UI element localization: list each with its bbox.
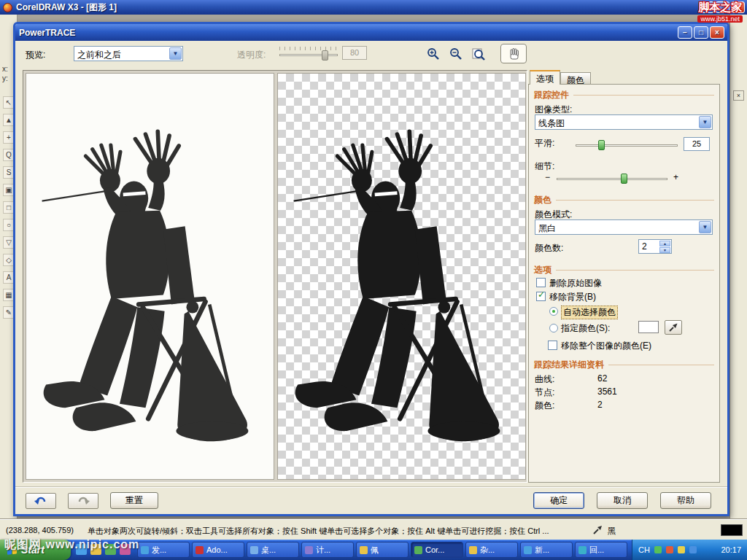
- specify-color-swatch[interactable]: [638, 321, 659, 333]
- spin-up-icon[interactable]: ▲: [659, 241, 670, 246]
- tab-colors[interactable]: 颜色: [560, 72, 591, 85]
- quick-launch: [76, 544, 131, 555]
- zoom-out-button[interactable]: [446, 44, 465, 63]
- cancel-button[interactable]: 取消: [597, 492, 648, 509]
- powertrace-dialog: PowerTRACE − □ × 预览: 之前和之后 ▼ 透明度: 80: [13, 22, 729, 516]
- coreldraw-app-icon: [3, 3, 12, 12]
- reset-button[interactable]: 重置: [110, 492, 158, 509]
- zoom-fit-button[interactable]: [469, 44, 487, 63]
- zoom-out-icon: [449, 47, 462, 61]
- start-button[interactable]: Start: [0, 540, 71, 560]
- zoom-toolbar: [424, 44, 527, 63]
- auto-color-label[interactable]: 自动选择颜色: [561, 306, 618, 319]
- preview-panel: [23, 70, 527, 483]
- dialog-minimize-button[interactable]: −: [678, 26, 692, 39]
- detail-thumb[interactable]: [621, 174, 627, 184]
- remove-background-label[interactable]: 移除背景(B): [549, 291, 596, 303]
- outline-pen-icon: [592, 525, 603, 535]
- preview-combobox[interactable]: 之前和之后 ▼: [74, 46, 183, 61]
- specify-color-label[interactable]: 指定颜色(S):: [561, 322, 610, 335]
- dialog-maximize-button[interactable]: □: [694, 26, 708, 39]
- color-section-heading: 颜色: [534, 194, 714, 206]
- transparency-slider[interactable]: [279, 45, 338, 61]
- property-bar-xy: x: y:: [2, 64, 8, 83]
- taskbar-item[interactable]: 新...: [520, 542, 573, 558]
- taskbar-item[interactable]: Ado...: [192, 542, 244, 558]
- remove-entire-color-checkbox[interactable]: [548, 341, 557, 350]
- pan-hand-icon: [508, 47, 520, 60]
- close-button[interactable]: ×: [731, 1, 745, 13]
- delete-original-checkbox[interactable]: [536, 278, 546, 287]
- preview-before-pane[interactable]: [26, 73, 274, 480]
- taskbar-item-active[interactable]: Cor...: [411, 542, 463, 558]
- original-image: [38, 114, 263, 463]
- remove-entire-color-label[interactable]: 移除整个图像的颜色(E): [561, 340, 651, 352]
- spin-down-icon[interactable]: ▼: [659, 247, 670, 253]
- dialog-titlebar[interactable]: PowerTRACE − □ ×: [15, 24, 727, 41]
- tray-icon[interactable]: [678, 546, 685, 553]
- detail-minus[interactable]: −: [545, 172, 550, 182]
- taskbar-item[interactable]: 计...: [301, 542, 354, 558]
- chevron-down-icon[interactable]: ▼: [169, 47, 182, 60]
- status-hint: 单击对象两次可旋转/倾斜；双击工具可选择所有对象；按住 Shift 键单击可选择…: [88, 526, 587, 537]
- results-heading: 跟踪结果详细资料: [534, 359, 714, 371]
- detail-label: 细节:: [535, 160, 554, 173]
- minimize-button[interactable]: −: [700, 1, 714, 13]
- pan-tool-button[interactable]: [500, 44, 527, 63]
- taskbar-item[interactable]: 发...: [137, 542, 190, 558]
- eyedropper-button[interactable]: [665, 320, 682, 335]
- detail-slider[interactable]: [557, 172, 667, 185]
- tray-icon[interactable]: [689, 546, 697, 553]
- quick-launch-icon[interactable]: [90, 544, 101, 555]
- tray-icon[interactable]: [666, 546, 673, 553]
- dialog-close-button[interactable]: ×: [710, 26, 724, 39]
- ok-button[interactable]: 确定: [533, 492, 584, 509]
- dialog-client: 预览: 之前和之后 ▼ 透明度: 80: [15, 41, 727, 514]
- undo-button[interactable]: [26, 493, 56, 509]
- image-type-combobox[interactable]: 线条图 ▼: [535, 114, 713, 130]
- ime-indicator[interactable]: CH: [638, 545, 650, 554]
- transparency-ruler: [279, 47, 338, 50]
- chevron-down-icon[interactable]: ▼: [699, 116, 711, 128]
- taskbar-item[interactable]: 佩: [356, 542, 409, 558]
- auto-color-radio[interactable]: [549, 307, 558, 316]
- docker-strip: ×: [729, 15, 747, 519]
- help-button[interactable]: 帮助: [660, 492, 711, 509]
- taskbar-item[interactable]: 回...: [575, 542, 627, 558]
- redo-button[interactable]: [68, 493, 98, 509]
- quick-launch-icon[interactable]: [76, 544, 87, 555]
- chevron-down-icon[interactable]: ▼: [699, 221, 711, 233]
- color-mode-combobox[interactable]: 黑白 ▼: [535, 219, 713, 235]
- quick-launch-icon[interactable]: [120, 544, 131, 555]
- transparency-label: 透明度:: [237, 49, 266, 61]
- preview-after-pane[interactable]: [277, 73, 526, 480]
- tab-options[interactable]: 选项: [530, 70, 560, 85]
- options-tab-page: 跟踪控件 图像类型: 线条图 ▼ 平滑: 25 细节: −: [528, 84, 720, 483]
- tray-icon[interactable]: [654, 546, 662, 553]
- smoothing-slider[interactable]: [576, 139, 678, 152]
- delete-original-label[interactable]: 删除原始图像: [549, 277, 602, 289]
- smoothing-thumb[interactable]: [598, 140, 605, 150]
- maximize-button[interactable]: □: [716, 1, 729, 13]
- settings-panel: 选项 颜色 跟踪控件 图像类型: 线条图 ▼ 平滑:: [528, 70, 720, 483]
- system-tray: CH 20:17: [632, 540, 747, 560]
- docker-close-icon[interactable]: ×: [733, 90, 744, 101]
- windows-logo-icon: [7, 544, 18, 555]
- transparency-thumb[interactable]: [322, 50, 328, 61]
- taskbar-item[interactable]: 桌...: [247, 542, 299, 558]
- curves-label: 曲线:: [535, 373, 554, 386]
- trace-controls-heading: 跟踪控件: [534, 89, 714, 101]
- zoom-in-button[interactable]: [424, 44, 442, 63]
- taskbar-item[interactable]: 杂...: [465, 542, 518, 558]
- nodes-label: 节点:: [535, 386, 554, 399]
- detail-plus[interactable]: +: [673, 172, 678, 182]
- fill-color-swatch[interactable]: [721, 524, 743, 536]
- colors-label: 颜色:: [535, 400, 554, 412]
- remove-background-checkbox[interactable]: ✓: [536, 292, 546, 301]
- color-count-spinner[interactable]: 2 ▲ ▼: [638, 239, 672, 254]
- statusbar: (238.288, 405.759) 单击对象两次可旋转/倾斜；双击工具可选择所…: [0, 519, 747, 540]
- specify-color-radio[interactable]: [549, 324, 558, 332]
- quick-launch-icon[interactable]: [105, 544, 116, 555]
- colors-value: 2: [597, 400, 603, 410]
- window-title: CorelDRAW X3 - [图形 1]: [16, 1, 117, 14]
